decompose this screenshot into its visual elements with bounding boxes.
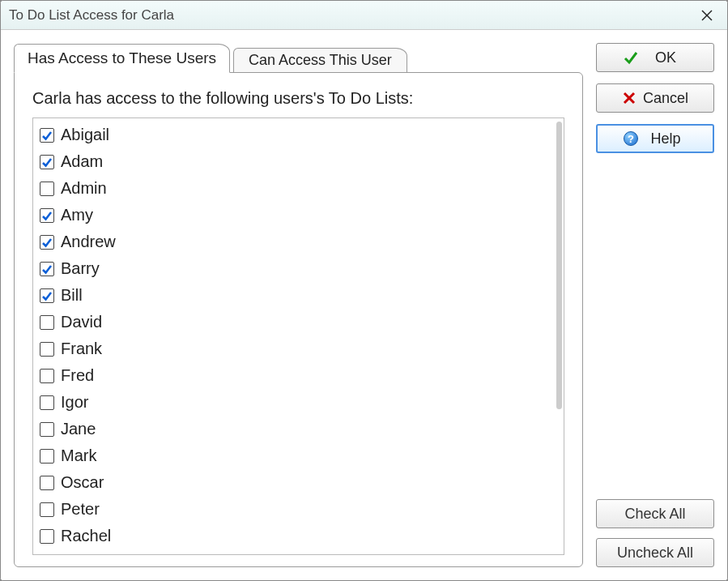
- list-item[interactable]: Barry: [40, 255, 551, 282]
- check-all-button[interactable]: Check All: [596, 499, 714, 528]
- button-label: Help: [645, 130, 687, 147]
- window-title: To Do List Access for Carla: [9, 7, 174, 23]
- list-item[interactable]: Peter: [40, 496, 551, 523]
- tab-panel: Carla has access to the following users'…: [14, 72, 583, 567]
- list-item[interactable]: Andrew: [40, 229, 551, 255]
- user-list[interactable]: AbigailAdamAdminAmyAndrewBarryBillDavidF…: [33, 118, 564, 554]
- button-label: Cancel: [643, 90, 688, 107]
- close-icon: [701, 10, 713, 21]
- user-checkbox[interactable]: [40, 208, 54, 223]
- list-item[interactable]: Rachel: [40, 523, 551, 549]
- main-column: Has Access to These Users Can Access Thi…: [14, 43, 583, 567]
- check-icon: [624, 50, 638, 65]
- user-name-label: Barry: [61, 259, 100, 278]
- user-checkbox[interactable]: [40, 502, 54, 517]
- user-checkbox[interactable]: [40, 476, 54, 490]
- user-checkbox[interactable]: [40, 422, 54, 437]
- user-checkbox[interactable]: [40, 155, 54, 169]
- spacer: [596, 164, 714, 499]
- button-label: Check All: [624, 506, 685, 523]
- list-item[interactable]: Mark: [40, 442, 551, 469]
- user-name-label: David: [61, 313, 102, 331]
- user-name-label: Abigail: [61, 126, 109, 144]
- scrollbar-thumb[interactable]: [556, 122, 562, 409]
- help-icon: ?: [624, 131, 638, 146]
- list-item[interactable]: Admin: [40, 175, 551, 202]
- user-checkbox[interactable]: [40, 449, 54, 464]
- user-name-label: Bill: [61, 286, 83, 305]
- user-name-label: Fred: [61, 366, 94, 385]
- user-name-label: Frank: [61, 340, 102, 358]
- user-name-label: Andrew: [61, 233, 116, 251]
- user-name-label: Rachel: [61, 527, 111, 545]
- side-column: OK Cancel ? Help Check All: [596, 43, 714, 567]
- list-item[interactable]: Igor: [40, 389, 551, 416]
- tab-label: Can Access This User: [249, 52, 392, 68]
- user-checkbox[interactable]: [40, 262, 54, 276]
- list-item[interactable]: Adam: [40, 148, 551, 175]
- list-item[interactable]: Amy: [40, 202, 551, 229]
- list-item[interactable]: Frank: [40, 335, 551, 362]
- user-checkbox[interactable]: [40, 529, 54, 544]
- user-name-label: Admin: [61, 179, 107, 198]
- user-name-label: Oscar: [61, 473, 104, 492]
- user-checkbox[interactable]: [40, 235, 54, 250]
- tab-strip: Has Access to These Users Can Access Thi…: [14, 43, 583, 72]
- list-item[interactable]: Oscar: [40, 469, 551, 496]
- user-checkbox[interactable]: [40, 182, 54, 196]
- user-name-label: Igor: [61, 393, 88, 412]
- window-close-button[interactable]: [693, 4, 721, 27]
- user-checkbox[interactable]: [40, 369, 54, 383]
- button-label: Uncheck All: [617, 545, 693, 562]
- x-icon: [622, 91, 636, 105]
- user-name-label: Adam: [61, 152, 103, 171]
- user-checkbox[interactable]: [40, 315, 54, 330]
- list-item[interactable]: Abigail: [40, 122, 551, 148]
- button-label: OK: [645, 49, 687, 66]
- ok-button[interactable]: OK: [596, 43, 714, 72]
- dialog-body: Has Access to These Users Can Access Thi…: [1, 30, 727, 580]
- list-item[interactable]: David: [40, 309, 551, 335]
- user-name-label: Jane: [61, 420, 96, 438]
- dialog-window: To Do List Access for Carla Has Access t…: [0, 0, 728, 581]
- tab-can-access[interactable]: Can Access This User: [233, 48, 407, 73]
- user-checkbox[interactable]: [40, 395, 54, 410]
- user-listbox: AbigailAdamAdminAmyAndrewBarryBillDavidF…: [32, 117, 564, 555]
- cancel-button[interactable]: Cancel: [596, 83, 714, 113]
- tab-has-access[interactable]: Has Access to These Users: [14, 44, 230, 73]
- user-checkbox[interactable]: [40, 342, 54, 357]
- titlebar: To Do List Access for Carla: [1, 1, 727, 30]
- panel-description: Carla has access to the following users'…: [32, 89, 564, 108]
- user-name-label: Amy: [61, 206, 93, 224]
- user-name-label: Peter: [61, 500, 100, 519]
- user-name-label: Mark: [61, 446, 96, 465]
- list-item[interactable]: Jane: [40, 416, 551, 442]
- list-item[interactable]: Fred: [40, 362, 551, 389]
- list-item[interactable]: Bill: [40, 282, 551, 309]
- help-button[interactable]: ? Help: [596, 124, 714, 153]
- user-checkbox[interactable]: [40, 288, 54, 303]
- user-checkbox[interactable]: [40, 128, 54, 143]
- uncheck-all-button[interactable]: Uncheck All: [596, 538, 714, 567]
- tab-label: Has Access to These Users: [28, 49, 216, 66]
